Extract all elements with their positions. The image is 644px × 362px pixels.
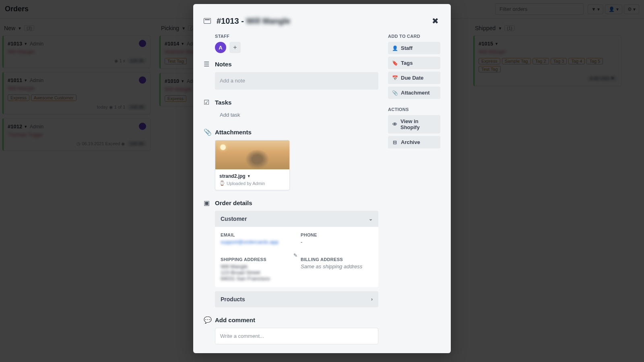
paperclip-icon: 📎	[392, 90, 398, 96]
user-icon: 👤	[392, 45, 398, 51]
comment-input[interactable]: Write a comment...	[215, 328, 378, 344]
archive-button[interactable]: ⊟Archive	[388, 136, 440, 148]
staff-avatar[interactable]: A	[215, 42, 226, 53]
attachment-filename[interactable]: strand2.jpg ▼	[219, 173, 285, 179]
comment-title: Add comment	[215, 317, 255, 323]
phone-label: PHONE	[301, 232, 373, 237]
add-due-date-button[interactable]: 📅Due Date	[388, 72, 440, 84]
tasks-icon: ☑	[204, 99, 210, 106]
order-details-icon: ▣	[204, 199, 210, 207]
actions-label: ACTIONS	[388, 107, 440, 112]
add-staff-sidebar-button[interactable]: 👤Staff	[388, 42, 440, 54]
calendar-icon: 📅	[392, 75, 398, 81]
attachments-icon: 📎	[204, 128, 210, 136]
add-staff-button[interactable]: +	[229, 42, 241, 53]
chevron-down-icon: ⌄	[369, 216, 373, 222]
notes-input[interactable]: Add a note	[215, 72, 378, 90]
edit-shipping-icon[interactable]: ✎	[293, 253, 297, 258]
attachment-uploader: ⌚ Uploaded by Admin	[219, 181, 285, 186]
order-details-title: Order details	[215, 200, 252, 206]
close-icon[interactable]: ✖	[430, 14, 440, 27]
add-to-card-label: ADD TO CARD	[388, 34, 440, 39]
email-value[interactable]: support@ordercards.app	[221, 239, 293, 245]
chevron-right-icon: ›	[371, 296, 373, 302]
bookmark-icon: 🔖	[392, 60, 398, 66]
products-accordion-header[interactable]: Products ›	[215, 291, 378, 307]
shipping-value: Will Mangle 123 Broad Street 94031 San F…	[221, 263, 293, 282]
attachment-card[interactable]: strand2.jpg ▼ ⌚ Uploaded by Admin	[215, 140, 290, 190]
archive-icon: ⊟	[392, 140, 398, 145]
comment-icon: 💬	[204, 316, 210, 324]
staff-label: STAFF	[215, 34, 378, 39]
phone-value: -	[301, 239, 373, 245]
billing-label: BILLING ADDRESS	[301, 257, 373, 262]
notes-icon: ☰	[204, 60, 210, 68]
notes-title: Notes	[215, 61, 232, 68]
card-icon	[204, 18, 211, 24]
order-modal: #1013 - Will Mangle ✖ STAFF A + ☰ Notes …	[193, 4, 451, 353]
customer-accordion-header[interactable]: Customer ⌄	[215, 211, 378, 227]
email-label: EMAIL	[221, 232, 293, 237]
add-attachment-button[interactable]: 📎Attachment	[388, 86, 440, 99]
modal-title: #1013 - Will Mangle	[217, 16, 290, 26]
shipping-label: SHIPPING ADDRESS	[221, 257, 293, 262]
billing-value: Same as shipping address	[301, 263, 373, 269]
attachments-title: Attachments	[215, 129, 252, 136]
view-in-shopify-button[interactable]: 👁View in Shopify	[388, 115, 440, 134]
tasks-title: Tasks	[215, 99, 231, 106]
add-tags-button[interactable]: 🔖Tags	[388, 57, 440, 69]
eye-icon: 👁	[392, 121, 397, 127]
add-task-button[interactable]: Add task	[215, 110, 378, 119]
attachment-thumbnail	[215, 140, 289, 169]
